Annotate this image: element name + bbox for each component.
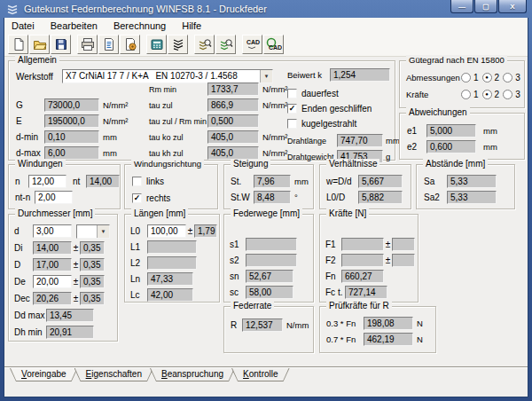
new-document-button[interactable] (8, 35, 28, 54)
dd-field: 17,00 (33, 258, 72, 271)
de-row: De 20,00 ± 0,35 (14, 275, 110, 288)
field-label: Fc t. (325, 287, 345, 297)
rechts-checkbox-row[interactable]: ✓ rechts (132, 193, 170, 204)
werkstoff-combobox[interactable]: X7 CrNiAl 17 7 / K+A EN 10270-3 / 1.4568… (62, 69, 273, 83)
rechts-checkbox[interactable]: ✓ (132, 193, 142, 203)
d-row: d 3,00 ▼ (14, 224, 110, 238)
field-label: d-min (16, 132, 44, 142)
links-checkbox[interactable] (132, 177, 142, 186)
close-button[interactable]: X (498, 0, 527, 13)
tab-eigenschaften[interactable]: Eigenschaften (74, 368, 153, 381)
links-checkbox-row[interactable]: links (132, 176, 170, 187)
field-label: Lc (130, 290, 147, 300)
kugelgestrahlt-checkbox[interactable] (287, 119, 297, 129)
field-label: R (231, 320, 242, 330)
stw-row: St.W 8,48 ° (231, 191, 309, 204)
chevron-down-icon[interactable]: ▼ (97, 225, 109, 238)
group-title: Windungsrichtung (131, 159, 204, 169)
maximize-button[interactable]: ▢ (474, 0, 497, 13)
field-label: e2 (407, 142, 426, 152)
save-button[interactable] (51, 35, 71, 54)
ntn-field[interactable]: 2,00 (35, 191, 73, 204)
field-label: tau kh zul (149, 149, 207, 158)
unit-label: N/mm² (262, 132, 288, 142)
d-field[interactable]: 3,00 (33, 224, 72, 238)
field-label: d (14, 226, 33, 236)
field-label: 0.3 * Fn (326, 318, 364, 328)
unit-label: N/mm² (103, 100, 129, 110)
checkbox-label: dauerfest (301, 89, 339, 98)
menu-hilfe[interactable]: Hilfe (180, 20, 203, 32)
sc-row: sc 58,00 (230, 286, 297, 299)
f1-row: F1 ± (325, 238, 415, 251)
plus-minus-sign: ± (72, 294, 80, 303)
field-label: 0.7 * Fn (326, 334, 364, 344)
tauzul-row: tau zul 866,9 N/mm² (149, 98, 288, 112)
dauerfest-checkbox[interactable] (287, 89, 297, 98)
drahtlaenge-field: 747,70 (337, 134, 383, 147)
unit-label: N/mm² (262, 84, 288, 94)
fn07-row: 0.7 * Fn 462,19 N (326, 333, 423, 346)
field-label: tau zul (149, 101, 207, 110)
field-label: s2 (230, 256, 246, 265)
f2-tolerance-field (392, 254, 415, 267)
kraefte-radio-1[interactable] (461, 90, 471, 99)
plus-minus-sign: ± (384, 240, 392, 249)
page-settings-button[interactable] (120, 35, 140, 54)
d-unit-combobox[interactable]: ▼ (76, 224, 110, 239)
dmax-row: d-max 6,00 mm (16, 146, 129, 160)
report-page-icon (102, 37, 116, 51)
open-button[interactable] (29, 35, 50, 54)
abmessungen-radio-3[interactable] (503, 73, 512, 83)
field-label: G (16, 100, 44, 110)
group-title: Windungen (15, 159, 66, 169)
unit-label: N (417, 334, 423, 344)
de-field[interactable]: 20,00 (33, 275, 72, 288)
abmessungen-radio-1[interactable] (461, 73, 471, 83)
tab-voreingabe[interactable]: Voreingabe (10, 368, 78, 381)
minimize-button[interactable]: — (450, 0, 473, 13)
rmmin-field: 1733,7 (207, 83, 259, 96)
l0-field[interactable]: 100,00 (147, 224, 186, 238)
plus-minus-sign: ± (186, 226, 194, 236)
cad-export-button[interactable]: CAD (242, 35, 262, 54)
abweichungen-rows: e1 5,000 mm e2 0,600 mm (407, 124, 497, 156)
f1-tolerance-field (392, 238, 415, 251)
ntn-row: nt-n 2,00 (15, 191, 120, 204)
s2-row: s2 (230, 254, 297, 267)
fn03-field: 198,08 (364, 317, 413, 330)
plus-minus-sign: ± (72, 260, 80, 270)
menu-berechnung[interactable]: Berechnung (112, 20, 168, 32)
enden-geschliffen-checkbox-row[interactable]: ✓ Enden geschliffen (287, 103, 400, 114)
field-label: e1 (407, 126, 426, 136)
group-title: Abweichungen (406, 107, 470, 117)
federrate-rows: R 12,537 N/mm (231, 318, 309, 334)
dmin-row: d-min 0,10 mm (16, 130, 129, 144)
kraefte-radio-2[interactable]: ● (482, 90, 492, 99)
field-label: Dd max (14, 311, 46, 320)
kugelgestrahlt-checkbox-row[interactable]: kugelgestrahlt (287, 118, 400, 130)
tab-beanspruchung[interactable]: Beanspruchung (150, 368, 235, 381)
unit-label: mm (103, 132, 117, 142)
dauerfest-checkbox-row[interactable]: dauerfest (287, 88, 400, 99)
windungen-rows: n 12,00 nt 14,00 nt-n 2,00 (15, 175, 120, 207)
calculator-button[interactable] (146, 35, 167, 54)
sa-row: Sa 5,33 (424, 175, 497, 188)
menu-datei[interactable]: Datei (10, 20, 36, 32)
abstaende-rows: Sa 5,33 Sa2 5,33 (424, 175, 497, 207)
tab-label: Voreingabe (21, 369, 66, 379)
n-field[interactable]: 12,00 (28, 175, 66, 188)
spring-search-button[interactable] (194, 35, 215, 54)
enden-geschliffen-checkbox[interactable]: ✓ (287, 104, 297, 114)
spring-button[interactable] (168, 35, 188, 54)
window-title: Gutekunst Federnberechnung WINFSB 8.1 - … (24, 4, 450, 14)
report-button[interactable] (98, 35, 119, 54)
print-button[interactable] (77, 35, 98, 54)
tab-kontrolle[interactable]: Kontrolle (231, 368, 289, 381)
abmessungen-radio-2[interactable]: ● (482, 73, 492, 83)
chevron-down-icon[interactable]: ▼ (260, 70, 272, 83)
kraefte-radio-3[interactable] (503, 90, 512, 99)
spring-search-alt-button[interactable] (215, 35, 236, 54)
menu-bearbeiten[interactable]: Bearbeiten (49, 20, 99, 32)
cad-export-alt-button[interactable]: CAD (263, 35, 284, 54)
